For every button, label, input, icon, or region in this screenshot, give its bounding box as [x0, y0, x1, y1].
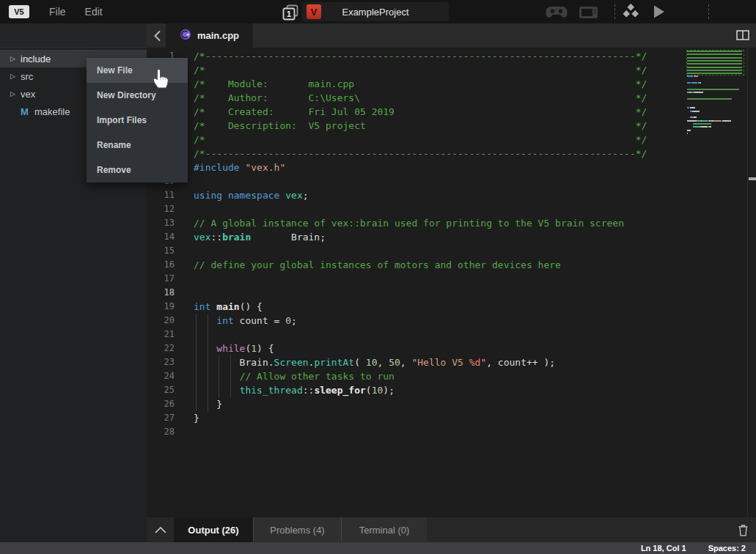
line-number: 26 — [147, 397, 182, 411]
status-bar: Ln 18, Col 1 Spaces: 2 — [0, 542, 756, 554]
line-number: 28 — [147, 425, 182, 439]
code-line-10[interactable]: 10 — [147, 174, 756, 188]
code-content — [182, 286, 194, 300]
code-line-1[interactable]: 1/*-------------------------------------… — [147, 49, 756, 63]
indent-guide — [196, 355, 197, 369]
code-line-14[interactable]: 14vex::brain Brain; — [147, 230, 756, 244]
code-line-2[interactable]: 2/* */ — [147, 63, 756, 77]
indent-guide — [208, 355, 208, 369]
panel-tab-output[interactable]: Output (26) — [174, 517, 253, 542]
code-content: /* */ — [182, 63, 647, 77]
code-line-8[interactable]: 8/*-------------------------------------… — [147, 147, 756, 160]
indent-guide — [230, 383, 231, 397]
vex-project-icon: V — [307, 4, 321, 19]
controller-icon[interactable] — [546, 5, 568, 22]
indent-guide — [196, 383, 197, 397]
scrollbar-thumb[interactable] — [749, 177, 756, 180]
brain-icon[interactable] — [579, 6, 598, 22]
code-line-18[interactable]: 18 — [147, 286, 756, 300]
code-line-26[interactable]: 26 } — [147, 397, 756, 411]
code-line-27[interactable]: 27} — [147, 411, 756, 425]
code-content: } — [182, 397, 222, 411]
code-line-21[interactable]: 21 — [147, 328, 756, 341]
code-line-13[interactable]: 13// A global instance of vex::brain use… — [147, 216, 756, 230]
cursor-position[interactable]: Ln 18, Col 1 — [641, 544, 686, 553]
code-line-11[interactable]: 11using namespace vex; — [147, 188, 756, 202]
chevron-up-icon[interactable] — [147, 517, 174, 542]
code-line-25[interactable]: 25 this_thread::sleep_for(10); — [147, 383, 756, 397]
context-menu-item-new-directory[interactable]: New Directory — [87, 83, 188, 108]
project-name: ExampleProject — [302, 7, 449, 18]
code-line-24[interactable]: 24 // Allow other tasks to run — [147, 369, 756, 383]
line-number: 12 — [147, 202, 182, 216]
code-content: /* Description: V5 project */ — [182, 119, 647, 133]
code-content: #include "vex.h" — [182, 160, 285, 174]
line-number: 27 — [147, 411, 182, 425]
code-content — [182, 328, 194, 341]
code-line-3[interactable]: 3/* Module: main.cpp */ — [147, 77, 756, 91]
code-line-20[interactable]: 20 int count = 0; — [147, 314, 756, 328]
project-name-field[interactable]: V ExampleProject — [302, 2, 449, 21]
code-line-22[interactable]: 22 while(1) { — [147, 341, 756, 355]
indentation-setting[interactable]: Spaces: 2 — [708, 544, 746, 553]
code-line-4[interactable]: 4/* Author: C:\Users\ */ — [147, 91, 756, 105]
chevron-right-icon[interactable]: ▷ — [10, 73, 21, 80]
code-editor[interactable]: 1/*-------------------------------------… — [147, 48, 756, 517]
panel-tab-problems[interactable]: Problems (4) — [253, 517, 341, 542]
panel-tab-terminal[interactable]: Terminal (0) — [341, 517, 427, 542]
context-menu: New FileNew DirectoryImport FilesRenameR… — [87, 58, 188, 182]
line-number: 21 — [147, 328, 182, 341]
code-content: // A global instance of vex::brain used … — [182, 216, 624, 230]
tab-main-cpp[interactable]: + main.cpp — [166, 23, 253, 48]
code-line-19[interactable]: 19int main() { — [147, 300, 756, 314]
code-line-23[interactable]: 23 Brain.Screen.printAt( 10, 50, "Hello … — [147, 355, 756, 369]
indent-guide — [219, 355, 219, 369]
chevron-right-icon[interactable]: ▷ — [10, 90, 21, 97]
minimap[interactable] — [686, 50, 746, 416]
chevron-right-icon[interactable]: ▷ — [10, 55, 21, 62]
code-line-6[interactable]: 6/* Description: V5 project */ — [147, 119, 756, 133]
line-number: 22 — [147, 341, 182, 355]
bottom-panel-tabbar: Output (26)Problems (4)Terminal (0) — [147, 517, 756, 542]
trash-icon[interactable] — [738, 524, 749, 539]
line-number: 15 — [147, 244, 182, 258]
code-line-17[interactable]: 17 — [147, 272, 756, 286]
indent-guide — [208, 314, 208, 328]
indent-guide — [196, 314, 197, 328]
code-content: using namespace vex; — [182, 188, 309, 202]
code-line-15[interactable]: 15 — [147, 244, 756, 258]
top-menu-bar: V5 FileEdit 1 V ExampleProject — [0, 0, 756, 23]
code-line-5[interactable]: 5/* Created: Fri Jul 05 2019 */ — [147, 105, 756, 119]
indent-guide — [208, 328, 208, 341]
code-content: this_thread::sleep_for(10); — [182, 383, 394, 397]
indent-guide — [208, 383, 208, 397]
code-content: Brain.Screen.printAt( 10, 50, "Hello V5 … — [182, 355, 555, 369]
back-chevron-icon[interactable] — [152, 29, 165, 43]
indent-guide — [196, 328, 197, 341]
svg-text:+: + — [186, 31, 190, 37]
code-content: vex::brain Brain; — [182, 230, 326, 244]
line-number: 24 — [147, 369, 182, 383]
code-line-16[interactable]: 16// define your global instances of mot… — [147, 258, 756, 272]
code-line-7[interactable]: 7/* */ — [147, 133, 756, 147]
context-menu-item-remove[interactable]: Remove — [87, 158, 188, 182]
play-icon[interactable] — [653, 4, 666, 22]
code-content: /*--------------------------------------… — [182, 49, 647, 63]
code-content: // Allow other tasks to run — [182, 369, 394, 383]
split-editor-icon[interactable] — [736, 30, 749, 43]
code-line-28[interactable]: 28 — [147, 425, 756, 439]
slot-icon[interactable]: 1 — [282, 4, 298, 23]
download-icon[interactable] — [621, 3, 640, 23]
indent-guide — [230, 369, 231, 383]
toolbar-divider — [614, 4, 615, 19]
menu-edit[interactable]: Edit — [85, 6, 103, 18]
menu-file[interactable]: File — [49, 6, 66, 18]
code-line-12[interactable]: 12 — [147, 202, 756, 216]
context-menu-item-rename[interactable]: Rename — [87, 133, 188, 158]
indent-guide — [196, 341, 197, 355]
code-content: /* Module: main.cpp */ — [182, 77, 647, 91]
context-menu-item-import-files[interactable]: Import Files — [87, 108, 188, 133]
indent-guide — [196, 397, 197, 411]
context-menu-item-new-file[interactable]: New File — [87, 58, 188, 83]
code-line-9[interactable]: 9#include "vex.h" — [147, 160, 756, 174]
